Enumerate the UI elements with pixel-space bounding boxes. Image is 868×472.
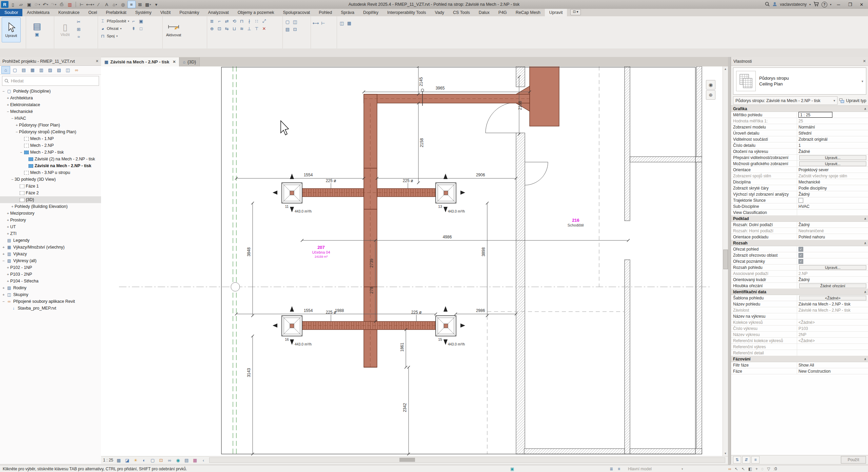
tab-syst-my[interactable]: Systémy xyxy=(131,9,156,16)
sheet-list-icon[interactable]: ▨ xyxy=(46,66,54,74)
tree-item[interactable]: Závislé (2) na Mech - 2.NP - tisk xyxy=(0,156,101,162)
new-document-icon[interactable]: ▯ xyxy=(9,1,17,8)
tab-dopl-ky[interactable]: Doplňky xyxy=(359,9,383,16)
tab-recap-mesh[interactable]: ReCap Mesh xyxy=(511,9,545,16)
hide-element-icon[interactable]: ▤ xyxy=(284,26,291,32)
tree-expander-icon[interactable]: − xyxy=(1,299,6,303)
properties-close-icon[interactable]: ✕ xyxy=(863,59,866,63)
property-value[interactable]: Střední xyxy=(797,130,868,136)
tree-expander-icon[interactable]: + xyxy=(6,103,10,107)
property-value[interactable]: 1 : 25 xyxy=(797,112,868,118)
family-types-icon[interactable]: ▣ xyxy=(34,32,40,38)
mirror-axis-icon[interactable]: ⇄ xyxy=(224,18,230,24)
select-links-icon[interactable]: ∞ xyxy=(728,467,731,471)
tree-expander-icon[interactable]: + xyxy=(6,211,10,215)
linework-icon[interactable]: ⊡ xyxy=(292,26,298,32)
show-crop-icon[interactable]: ⊡ xyxy=(158,457,164,463)
tree-item[interactable]: −3D pohledy (3D View) xyxy=(0,176,101,183)
tab-vady[interactable]: Vady xyxy=(430,9,449,16)
scale-value-input[interactable]: 1 : 25 xyxy=(798,112,832,118)
sort-alpha-icon[interactable]: ⇵ xyxy=(742,456,750,464)
property-value[interactable]: <Žádné> xyxy=(797,338,868,343)
tab-vlo-it[interactable]: Vložit xyxy=(156,9,175,16)
tree-item[interactable]: +P102 - 1NP xyxy=(0,264,101,271)
print-icon[interactable]: ⎙ xyxy=(58,1,65,8)
worksharing-display-icon[interactable]: ▦ xyxy=(192,457,198,463)
demolish-icon[interactable]: □ xyxy=(138,25,144,32)
tag-icon[interactable]: ◎ xyxy=(119,1,127,8)
properties-section-header[interactable]: Rozsah∧ xyxy=(731,240,868,246)
copy-icon[interactable]: ⊞ xyxy=(76,26,82,32)
property-value[interactable]: Neohraničené xyxy=(797,228,868,234)
override-graphics-icon[interactable]: ◫ xyxy=(292,19,298,25)
tree-item[interactable]: +Architektura xyxy=(0,95,101,101)
type-selector[interactable]: Půdorys stropu Ceiling Plan ▾ xyxy=(733,67,866,95)
view-tab[interactable]: ⌂{3D} xyxy=(179,57,200,66)
tree-item[interactable]: −Mechanické xyxy=(0,108,101,115)
tab-analyzovat[interactable]: Analyzovat xyxy=(204,9,233,16)
property-value[interactable]: Zobrazit originál xyxy=(797,136,868,142)
worksharing-status-icon[interactable]: ▣ xyxy=(510,466,514,472)
property-value[interactable]: Žádný xyxy=(797,277,868,282)
section-collapse-icon[interactable]: ∧ xyxy=(864,290,866,294)
tree-item[interactable]: −▨Výkresy (all) xyxy=(0,257,101,264)
redo-icon[interactable]: ↷ xyxy=(50,1,57,8)
schedules-icon[interactable]: ▦ xyxy=(28,66,37,74)
view-tab-close-icon[interactable]: ✕ xyxy=(173,60,176,64)
tree-expander-icon[interactable]: + xyxy=(6,225,10,229)
tab-objemy-a-pozemek[interactable]: Objemy a pozemek xyxy=(233,9,279,16)
design-options-icon[interactable]: ≡ xyxy=(618,466,620,472)
home-icon[interactable]: ⌂ xyxy=(1,66,10,74)
collapse-icon[interactable]: ‹ xyxy=(200,457,206,463)
temporary-hide-icon[interactable]: ∞ xyxy=(166,457,173,463)
reveal-hidden-icon[interactable]: ◉ xyxy=(175,457,181,463)
tab-p4g[interactable]: P4G xyxy=(494,9,511,16)
user-name[interactable]: vaclavstatecny xyxy=(780,2,807,7)
tree-expander-icon[interactable]: − xyxy=(10,116,15,120)
tree-item[interactable]: +ZTI xyxy=(0,230,101,237)
minimize-button[interactable]: ─ xyxy=(834,2,843,7)
tree-item[interactable]: +▧Rodiny xyxy=(0,284,101,291)
close-document-icon[interactable]: ▥ xyxy=(66,1,74,8)
save-icon[interactable]: ▣ xyxy=(25,1,33,8)
tree-item[interactable]: Fáze 2 xyxy=(0,190,101,196)
revit-home-icon[interactable]: R xyxy=(1,1,8,8)
tree-expander-icon[interactable]: + xyxy=(6,96,10,100)
view-scale-button[interactable]: 1 : 25 xyxy=(103,458,113,463)
trim-corner-icon[interactable]: ⊓ xyxy=(239,18,245,24)
property-value[interactable]: HVAC xyxy=(797,203,868,209)
beam-joins-icon[interactable]: ▣ xyxy=(138,18,144,24)
tree-expander-icon[interactable]: + xyxy=(6,266,10,270)
text-icon[interactable]: A xyxy=(103,1,111,8)
property-value[interactable]: 25 xyxy=(797,118,868,124)
property-value[interactable]: 2.NP xyxy=(797,271,868,276)
section-collapse-icon[interactable]: ∧ xyxy=(864,357,866,361)
property-checkbox[interactable]: ✓ xyxy=(798,253,803,258)
drawing-view[interactable]: 39652145215815542906225 ø225 ø225 ø225 ø… xyxy=(101,66,723,456)
cut-geometry-button[interactable]: ◕Ořezat xyxy=(100,25,129,32)
properties-button[interactable]: ▤ ▣ xyxy=(28,17,46,42)
groups-icon[interactable]: ◫ xyxy=(64,66,72,74)
horizontal-scrollbar[interactable] xyxy=(209,457,725,463)
property-value[interactable]: Podle disciplíny xyxy=(797,185,868,191)
tree-item[interactable]: +▥Výkazy xyxy=(0,251,101,257)
offset-icon[interactable]: ⌐ xyxy=(216,18,222,24)
tree-item[interactable]: Fáze 1 xyxy=(0,183,101,190)
rotate-icon[interactable]: ⟲ xyxy=(231,18,237,24)
tree-expander-icon[interactable]: + xyxy=(1,245,6,249)
tree-item[interactable]: −HVAC xyxy=(0,115,101,122)
tree-expander-icon[interactable]: − xyxy=(19,150,23,154)
tab-prefabrik-t[interactable]: Prefabrikát xyxy=(101,9,131,16)
tree-item[interactable]: Mech - 2.NP xyxy=(0,142,101,149)
browser-search-input[interactable]: Hledat xyxy=(2,76,99,86)
help-icon[interactable]: ? xyxy=(822,2,827,7)
detail-line-icon[interactable]: ∕ xyxy=(95,1,102,8)
tab-interoperability-tools[interactable]: Interoperability Tools xyxy=(383,9,430,16)
active-workset-select[interactable]: Hlavní model xyxy=(628,466,652,472)
property-checkbox[interactable] xyxy=(798,198,803,203)
wall-joins-icon[interactable]: ⌐ xyxy=(131,18,137,24)
thin-lines-icon[interactable]: ≡ xyxy=(127,1,136,8)
tab-cs-tools[interactable]: CS Tools xyxy=(449,9,474,16)
tree-expander-icon[interactable]: + xyxy=(6,218,10,222)
tree-expander-icon[interactable]: − xyxy=(15,130,19,134)
